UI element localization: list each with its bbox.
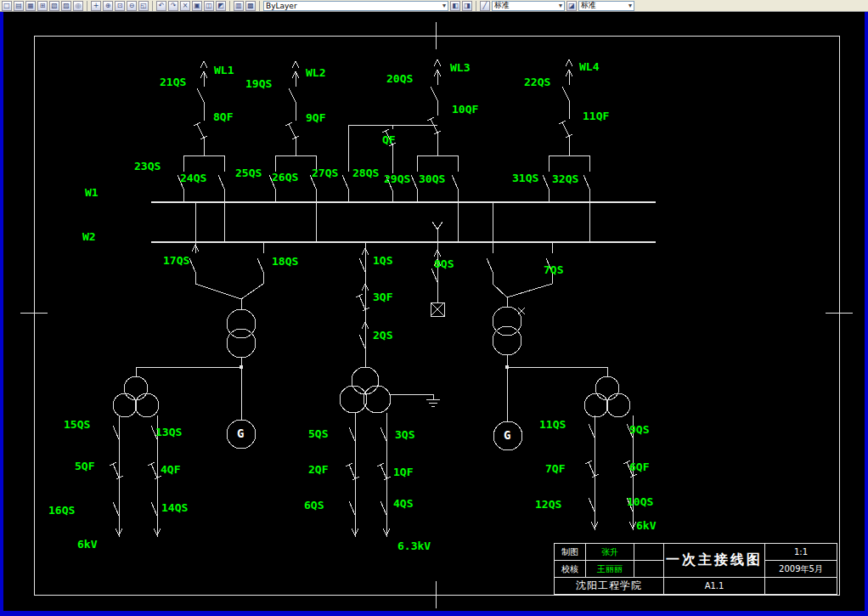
toolbar: □▤▦⊞▧▨◎+⊕⊡⊖◱↶↷×▣◫◩▥▩ByLayer▾◧◨╱标准▾◪标准▾ [0, 0, 868, 12]
make-block-icon[interactable]: ◧ [450, 1, 460, 11]
match-properties-icon[interactable]: ◩ [216, 1, 226, 11]
chevron-down-icon: ▾ [628, 2, 632, 9]
cad-drawing-canvas[interactable] [3, 12, 865, 611]
text-style-dropdown-label: 标准 [494, 0, 510, 11]
spell-check-icon[interactable]: ▨ [61, 1, 71, 11]
zoom-previous-icon[interactable]: ⊖ [127, 1, 137, 11]
toolbar-separator [152, 1, 153, 11]
undo-icon[interactable]: ↶ [156, 1, 166, 11]
dimension-style-icon[interactable]: ◪ [566, 1, 577, 11]
layers-icon[interactable]: ▥ [234, 1, 244, 11]
linetype-dropdown-label: ByLayer [266, 2, 297, 10]
toolbar-separator [476, 1, 476, 11]
cut-icon[interactable]: × [180, 1, 190, 11]
toolbar-separator [87, 1, 87, 11]
copy-icon[interactable]: ▣ [192, 1, 202, 11]
insert-block-icon[interactable]: ◨ [462, 1, 472, 11]
chevron-down-icon: ▾ [442, 2, 446, 9]
zoom-window-icon[interactable]: ⊡ [115, 1, 125, 11]
text-style-dropdown[interactable]: 标准▾ [492, 1, 565, 11]
dim-style-dropdown-label: 标准 [581, 0, 596, 11]
pan-realtime-icon[interactable]: + [91, 1, 101, 11]
print-preview-icon[interactable]: ▧ [49, 1, 59, 11]
new-file-icon[interactable]: □ [2, 1, 12, 11]
save-icon[interactable]: ▦ [25, 1, 36, 11]
sketch-icon[interactable]: ╱ [480, 1, 490, 11]
linetype-dropdown[interactable]: ByLayer▾ [263, 1, 448, 11]
chevron-down-icon: ▾ [559, 2, 562, 9]
toolbar-separator [259, 1, 260, 11]
paste-icon[interactable]: ◫ [204, 1, 214, 11]
redo-icon[interactable]: ↷ [168, 1, 178, 11]
toolbar-separator [229, 1, 230, 11]
dim-style-dropdown[interactable]: 标准▾ [578, 1, 634, 11]
zoom-extents-icon[interactable]: ◱ [138, 1, 149, 11]
layer-properties-icon[interactable]: ▩ [245, 1, 256, 11]
open-file-icon[interactable]: ▤ [14, 1, 24, 11]
print-icon[interactable]: ⊞ [37, 1, 48, 11]
find-icon[interactable]: ◎ [73, 1, 83, 11]
zoom-realtime-icon[interactable]: ⊕ [103, 1, 113, 11]
